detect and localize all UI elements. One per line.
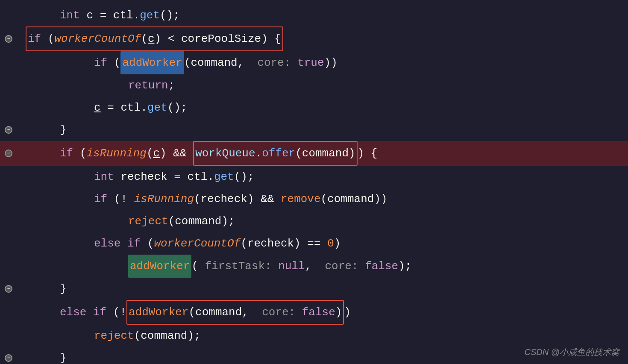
- line-content-13: }: [17, 278, 628, 300]
- line-content-2: if (workerCountOf(c) < corePoolSize) {: [17, 26, 628, 51]
- code-line-15: reject(command);: [0, 325, 628, 347]
- breakpoint-icon-13: −: [5, 285, 12, 293]
- line-content-6: }: [17, 119, 628, 141]
- gutter-2: −: [0, 35, 17, 43]
- line-content-12: addWorker( firstTask: null, core: false)…: [17, 255, 628, 278]
- line-content-14: else if (!addWorker(command, core: false…: [17, 300, 628, 325]
- line-content-5: c = ctl.get();: [17, 97, 628, 119]
- line-content-1: int c = ctl.get();: [17, 4, 628, 26]
- code-line-6: − }: [0, 119, 628, 141]
- watermark: CSDN @小咸鱼的技术窝: [524, 346, 619, 358]
- line-content-9: if (! isRunning(recheck) && remove(comma…: [17, 188, 628, 210]
- gutter-16: −: [0, 354, 17, 362]
- code-line-10: reject(command);: [0, 210, 628, 232]
- breakpoint-icon-7: −: [5, 150, 12, 157]
- breakpoint-icon-6: −: [5, 126, 12, 134]
- code-line-7: − if (isRunning(c) && workQueue.offer(co…: [0, 141, 628, 166]
- code-line-9: if (! isRunning(recheck) && remove(comma…: [0, 188, 628, 210]
- breakpoint-icon-16: −: [5, 354, 12, 362]
- code-line-1: int c = ctl.get();: [0, 4, 628, 26]
- code-line-8: int recheck = ctl.get();: [0, 166, 628, 188]
- code-line-13: − }: [0, 278, 628, 300]
- line-content-15: reject(command);: [17, 325, 628, 347]
- breakpoint-icon-2: −: [5, 35, 12, 43]
- gutter-13: −: [0, 285, 17, 293]
- code-line-2: − if (workerCountOf(c) < corePoolSize) {: [0, 26, 628, 51]
- code-line-5: c = ctl.get();: [0, 97, 628, 119]
- gutter-7: −: [0, 150, 17, 157]
- line-content-11: else if (workerCountOf(recheck) == 0): [17, 232, 628, 255]
- line-content-8: int recheck = ctl.get();: [17, 166, 628, 188]
- line-content-4: return;: [17, 74, 628, 97]
- gutter-6: −: [0, 126, 17, 134]
- code-line-12: addWorker( firstTask: null, core: false)…: [0, 255, 628, 278]
- code-lines: int c = ctl.get(); − if (workerCountOf(c…: [0, 0, 628, 364]
- code-line-11: else if (workerCountOf(recheck) == 0): [0, 232, 628, 255]
- code-line-3: if (addWorker(command, core: true)): [0, 51, 628, 74]
- code-editor: int c = ctl.get(); − if (workerCountOf(c…: [0, 0, 628, 364]
- code-line-14: else if (!addWorker(command, core: false…: [0, 300, 628, 325]
- code-line-4: return;: [0, 74, 628, 97]
- line-content-10: reject(command);: [17, 210, 628, 232]
- line-content-3: if (addWorker(command, core: true)): [17, 51, 628, 74]
- line-content-7: if (isRunning(c) && workQueue.offer(comm…: [17, 141, 628, 166]
